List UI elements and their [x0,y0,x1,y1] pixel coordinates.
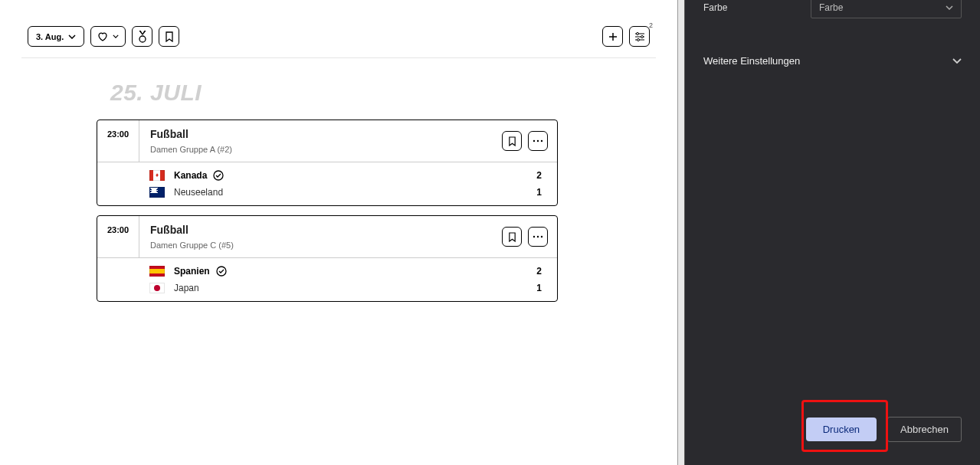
event-card: 23:00 Fußball Damen Gruppe A (#2) [97,120,558,206]
team-row: Neuseeland 1 [97,187,545,198]
bookmark-event-button[interactable] [502,131,522,151]
check-circle-icon [216,266,227,277]
cancel-button[interactable]: Abbrechen [887,417,962,442]
color-label: Farbe [703,2,811,13]
team-score: 1 [536,283,545,293]
team-score: 2 [536,266,545,277]
check-circle-icon [213,170,224,181]
flag-icon [149,187,165,198]
event-actions [502,120,557,162]
bookmark-event-button[interactable] [502,227,522,247]
toolbar: 3. Aug. [0,20,677,53]
team-score: 2 [536,170,545,181]
flag-icon [149,283,165,293]
event-body: Spanien 2 Japan 1 [97,258,557,301]
team-name: Japan [174,283,199,293]
panel-body: Farbe Farbe Weitere Einstellungen [685,0,980,417]
filter-badge: 2 [649,21,653,29]
svg-point-4 [533,140,535,142]
event-time: 23:00 [97,120,139,162]
event-header: 23:00 Fußball Damen Gruppe A (#2) [97,120,557,162]
more-event-button[interactable] [528,227,548,247]
event-body: Kanada 2 Neuseeland 1 [97,162,557,205]
event-time: 23:00 [97,216,139,257]
event-meta: Fußball Damen Gruppe A (#2) [139,120,502,162]
print-preview-page: 3. Aug. [0,0,677,465]
toolbar-right: 2 [602,26,650,47]
svg-point-11 [217,267,226,276]
event-header: 23:00 Fußball Damen Gruppe C (#5) [97,216,557,258]
schedule-list: 23:00 Fußball Damen Gruppe A (#2) [0,120,677,302]
bookmark-icon [508,232,516,242]
bookmark-button[interactable] [159,26,179,47]
svg-point-9 [537,236,539,237]
svg-point-1 [636,32,638,34]
medals-button[interactable] [132,26,152,47]
event-sport: Fußball [150,128,491,140]
flag-icon [149,170,165,181]
color-select-value: Farbe [819,2,843,13]
dots-icon [533,235,543,238]
color-row: Farbe Farbe [703,0,962,21]
date-label: 3. Aug. [36,32,64,41]
more-settings-toggle[interactable]: Weitere Einstellungen [703,41,962,80]
bookmark-icon [508,136,516,146]
chevron-down-icon [113,34,119,38]
filter-button[interactable] [629,26,650,47]
team-row: Kanada 2 [97,170,545,181]
favorites-button[interactable] [90,26,126,47]
filter-button-wrap: 2 [629,26,650,47]
svg-point-6 [541,140,542,142]
more-settings-label: Weitere Einstellungen [703,55,800,67]
plus-icon [608,31,618,42]
panel-footer: Drucken Abbrechen [685,417,980,465]
svg-point-3 [637,38,639,41]
event-card: 23:00 Fußball Damen Gruppe C (#5) [97,215,558,302]
svg-point-5 [537,140,539,142]
svg-point-10 [541,236,542,237]
divider [21,57,656,58]
team-name: Kanada [174,170,207,181]
color-select[interactable]: Farbe [811,0,962,18]
svg-point-0 [139,36,146,42]
bookmark-icon [165,31,174,42]
event-group: Damen Gruppe A (#2) [150,145,491,154]
team-row: Spanien 2 [97,266,545,277]
add-button[interactable] [602,26,623,47]
panel-divider [677,0,685,465]
sliders-icon [634,32,645,41]
team-name: Neuseeland [174,187,223,198]
medal-icon [137,31,148,43]
flag-icon [149,266,165,277]
chevron-down-icon [952,58,962,64]
team-row: Japan 1 [97,283,545,293]
svg-point-2 [641,35,643,38]
dots-icon [533,139,543,142]
svg-point-7 [214,171,223,180]
event-meta: Fußball Damen Gruppe C (#5) [139,216,502,257]
toolbar-left: 3. Aug. [28,26,179,47]
team-score: 1 [536,187,545,198]
heart-icon [97,32,108,41]
chevron-down-icon [946,5,953,10]
event-sport: Fußball [150,224,491,236]
print-dialog-panel: Farbe Farbe Weitere Einstellungen Drucke… [685,0,980,465]
svg-point-8 [533,236,535,237]
event-actions [502,216,557,257]
team-name: Spanien [174,266,210,277]
event-group: Damen Gruppe C (#5) [150,241,491,250]
date-heading: 25. JULI [110,80,677,106]
date-picker-button[interactable]: 3. Aug. [28,26,84,47]
chevron-down-icon [68,34,76,39]
more-event-button[interactable] [528,131,548,151]
print-button[interactable]: Drucken [806,418,877,441]
